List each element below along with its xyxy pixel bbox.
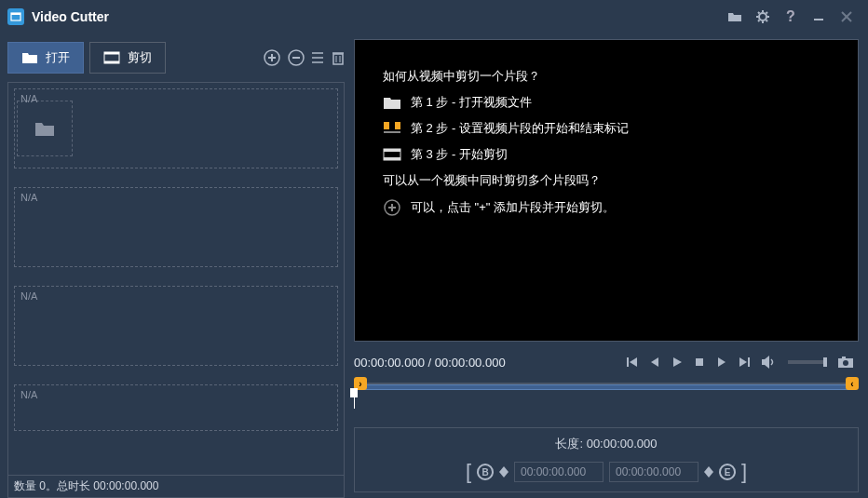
step3-text: 第 3 步 - 开始剪切 [411,146,508,163]
playback-controls: 00:00:00.000 / 00:00:00.000 [354,349,859,375]
list-icon[interactable] [311,50,326,65]
folder-icon [34,119,56,138]
slot-na-label: N/A [15,188,337,207]
segment-slot[interactable]: N/A [14,384,338,431]
timeline-track[interactable] [361,384,851,390]
bracket-open-icon: [ [466,460,471,484]
svg-rect-35 [842,357,846,359]
end-timecode-input[interactable] [609,462,698,482]
segment-slot[interactable]: N/A [14,187,338,267]
folder-icon [383,95,401,110]
close-button[interactable] [833,10,861,23]
svg-rect-17 [333,54,343,64]
delete-icon[interactable] [332,50,345,65]
help-icon[interactable]: ? [777,8,805,25]
slot-na-label: N/A [15,385,337,404]
time-display: 00:00:00.000 / 00:00:00.000 [354,356,506,370]
slot-na-label: N/A [15,89,43,108]
length-label: 长度: 00:00:00.000 [555,436,657,452]
segment-list: N/A N/A N/A N/A [7,82,345,476]
open-label: 打开 [46,49,70,66]
plus-icon [383,198,401,217]
trim-panel: 长度: 00:00:00.000 [ B E ] [354,427,859,492]
svg-rect-8 [104,61,119,64]
volume-button[interactable] [756,355,782,370]
cut-label: 剪切 [128,49,152,66]
svg-rect-25 [384,149,400,152]
film-icon [103,51,120,64]
svg-rect-1 [11,13,20,15]
start-stepper[interactable] [499,466,509,478]
app-title: Video Cutter [32,9,109,24]
svg-rect-30 [627,357,629,367]
remove-segment-button[interactable] [287,48,305,67]
step2-text: 第 2 步 - 设置视频片段的开始和结束标记 [411,120,629,137]
frame-back-button[interactable] [644,356,665,369]
frame-forward-button[interactable] [712,356,732,369]
add-segment-button[interactable] [263,48,281,67]
segment-slot[interactable]: N/A [14,88,338,168]
open-file-icon[interactable] [721,9,749,24]
film-icon [383,147,401,162]
cut-button[interactable]: 剪切 [89,42,166,74]
titlebar: Video Cutter ? [0,0,868,34]
timeline[interactable]: › ‹ [354,383,859,420]
end-marker[interactable]: ‹ [846,377,859,390]
slot-thumb [17,101,73,156]
svg-rect-7 [104,52,119,55]
help-q2: 可以从一个视频中同时剪切多个片段吗？ [383,172,601,189]
svg-point-34 [843,360,848,366]
minimize-button[interactable] [805,10,833,23]
volume-slider[interactable] [788,360,827,364]
svg-rect-23 [384,131,400,133]
svg-rect-32 [748,357,750,367]
set-start-button[interactable]: B [477,464,494,480]
play-button[interactable] [667,356,687,369]
svg-rect-31 [696,358,703,366]
slot-na-label: N/A [15,287,337,305]
next-marker-button[interactable] [734,356,754,369]
app-icon [7,8,24,25]
status-text: 数量 0。总时长 00:00:00.000 [14,478,158,494]
settings-icon[interactable] [749,9,777,24]
markers-icon [383,121,401,136]
help-q1: 如何从视频中剪切一个片段？ [383,68,540,85]
bracket-close-icon: ] [741,460,747,484]
answer-text: 可以，点击 "+" 添加片段并开始剪切。 [411,199,615,216]
open-button[interactable]: 打开 [7,42,84,74]
preview-panel: 如何从视频中剪切一个片段？ 第 1 步 - 打开视频文件 第 2 步 - 设置视… [354,39,859,342]
left-toolbar: 打开 剪切 [7,39,345,76]
playhead[interactable] [354,392,355,409]
svg-rect-26 [384,157,400,160]
svg-point-2 [759,13,766,20]
svg-rect-22 [395,122,400,129]
prev-marker-button[interactable] [622,356,643,369]
snapshot-button[interactable] [833,356,859,369]
step1-text: 第 1 步 - 打开视频文件 [411,94,532,111]
status-bar: 数量 0。总时长 00:00:00.000 [7,476,345,498]
segment-slot[interactable]: N/A [14,286,338,366]
stop-button[interactable] [689,357,710,368]
set-end-button[interactable]: E [719,464,736,480]
end-stepper[interactable] [704,466,713,478]
svg-rect-21 [384,122,389,129]
folder-icon [21,51,38,64]
start-timecode-input[interactable] [514,462,604,482]
